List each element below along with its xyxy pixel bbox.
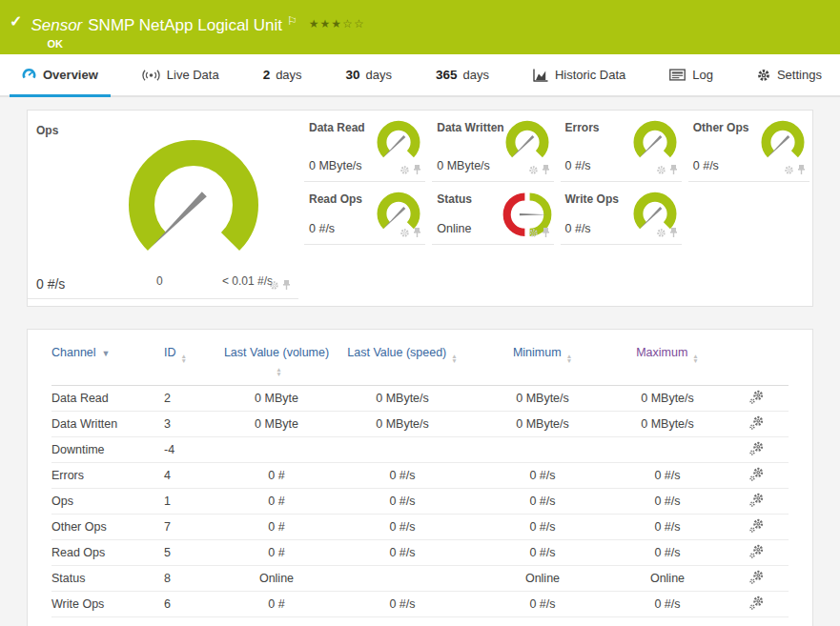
- cell-actions: [725, 489, 789, 515]
- gauge-pin-icon[interactable]: [413, 225, 421, 242]
- channel-settings-icon[interactable]: [749, 467, 764, 484]
- cell-actions: [725, 463, 789, 489]
- channel-settings-icon[interactable]: [749, 570, 764, 587]
- gauge-settings-gear-icon[interactable]: [400, 225, 410, 242]
- cell-last-value-volume: 0 MByte: [223, 412, 330, 437]
- col-header-id[interactable]: ID▲▼: [164, 346, 187, 359]
- gauge-pin-icon[interactable]: [413, 162, 421, 179]
- cell-id: -4: [164, 437, 223, 463]
- gauge-settings-gear-icon[interactable]: [269, 277, 279, 294]
- tab-30-days[interactable]: 30days: [334, 54, 405, 95]
- tab-365-days[interactable]: 365days: [423, 54, 502, 95]
- cell-last-value-volume: 0 #: [223, 489, 330, 515]
- gauge-pin-icon[interactable]: [542, 162, 550, 179]
- gauge-cell: Write Ops 0 #/s: [561, 182, 682, 245]
- gauge-title: Errors: [565, 121, 600, 134]
- cell-maximum: 0 #/s: [610, 463, 725, 489]
- gauge-settings-gear-icon[interactable]: [400, 162, 410, 179]
- gauge-pin-icon[interactable]: [542, 225, 550, 242]
- historic-data-icon: [533, 69, 548, 82]
- col-header-maximum[interactable]: Maximum▲▼: [636, 346, 699, 359]
- cell-minimum: Online: [475, 566, 610, 592]
- table-row[interactable]: Write Ops 6 0 # 0 #/s 0 #/s 0 #/s: [51, 592, 789, 617]
- cell-actions: [725, 412, 789, 437]
- gauge-title: Write Ops: [565, 192, 619, 206]
- cell-channel: Downtime: [51, 437, 164, 463]
- gauge-pin-icon[interactable]: [282, 277, 291, 294]
- cell-id: 8: [164, 566, 223, 592]
- gauge-value: Online: [437, 222, 471, 235]
- gauge-pin-icon[interactable]: [669, 162, 678, 179]
- cell-id: 6: [164, 592, 223, 617]
- gauge-cell: Other Ops 0 #/s: [688, 111, 809, 182]
- channel-settings-icon[interactable]: [749, 415, 764, 433]
- cell-id: 4: [164, 463, 223, 489]
- table-row[interactable]: Read Ops 5 0 # 0 #/s 0 #/s 0 #/s: [51, 540, 789, 566]
- col-header-channel[interactable]: Channel▼: [51, 346, 111, 359]
- sensor-header: ✓ SensorSNMP NetApp Logical Unit⚐★★★☆☆ O…: [0, 0, 840, 54]
- gauge-title: Ops: [36, 124, 58, 137]
- tab-bar: Overview Live Data 2days 30days 365days …: [0, 54, 840, 97]
- cell-last-value-speed: 0 MByte/s: [330, 386, 475, 412]
- tab-log[interactable]: Log: [657, 54, 726, 95]
- channel-table-body: Data Read 2 0 MByte 0 MByte/s 0 MByte/s …: [51, 386, 789, 617]
- gauge-icon: [22, 68, 36, 82]
- table-row[interactable]: Data Written 3 0 MByte 0 MByte/s 0 MByte…: [51, 412, 789, 437]
- cell-actions: [725, 515, 789, 540]
- gauge-settings-gear-icon[interactable]: [784, 162, 794, 179]
- col-header-last-value-speed[interactable]: Last Value (speed)▲▼: [347, 346, 457, 359]
- cell-channel: Errors: [51, 463, 164, 489]
- cell-last-value-volume: 0 #: [223, 592, 330, 617]
- cell-last-value-speed: 0 #/s: [330, 463, 475, 489]
- table-row[interactable]: Status 8 Online Online Online: [51, 566, 789, 592]
- gauge-settings-gear-icon[interactable]: [656, 225, 666, 242]
- cell-id: 2: [164, 386, 223, 412]
- table-row[interactable]: Downtime -4: [51, 437, 789, 463]
- tab-historic-data[interactable]: Historic Data: [521, 54, 638, 95]
- gauge-cell: Status Online: [432, 182, 553, 245]
- gauge-settings-gear-icon[interactable]: [528, 225, 539, 242]
- table-row[interactable]: Other Ops 7 0 # 0 #/s 0 #/s 0 #/s: [51, 515, 789, 540]
- cell-minimum: 0 #/s: [475, 592, 610, 617]
- cell-last-value-speed: [330, 566, 475, 592]
- cell-maximum: 0 MByte/s: [610, 412, 725, 437]
- cell-actions: [725, 540, 789, 566]
- channel-settings-icon[interactable]: [749, 518, 764, 535]
- gauge-pin-icon[interactable]: [797, 162, 806, 179]
- gauge-settings-gear-icon[interactable]: [656, 162, 666, 179]
- channel-settings-icon[interactable]: [749, 544, 764, 561]
- table-row[interactable]: Data Read 2 0 MByte 0 MByte/s 0 MByte/s …: [51, 386, 789, 412]
- status-check-icon: ✓: [10, 12, 22, 54]
- tab-settings[interactable]: Settings: [745, 54, 834, 95]
- tab-live-data[interactable]: Live Data: [130, 54, 232, 95]
- cell-channel: Data Written: [51, 412, 164, 437]
- table-row[interactable]: Ops 1 0 # 0 #/s 0 #/s 0 #/s: [51, 489, 789, 515]
- cell-channel: Read Ops: [51, 540, 164, 566]
- gauge-value: 0 #/s: [693, 159, 719, 172]
- gauge-title: Status: [437, 192, 472, 206]
- channel-settings-icon[interactable]: [749, 596, 764, 613]
- tab-overview[interactable]: Overview: [10, 54, 111, 95]
- tab-2-days[interactable]: 2days: [251, 54, 315, 95]
- cell-maximum: 0 #/s: [610, 592, 725, 617]
- sort-icon: ▲▼: [692, 353, 698, 363]
- channel-settings-icon[interactable]: [749, 493, 764, 510]
- cell-actions: [725, 386, 789, 412]
- gauge-pin-icon[interactable]: [669, 225, 678, 242]
- priority-stars[interactable]: ★★★☆☆: [309, 17, 365, 30]
- col-header-minimum[interactable]: Minimum▲▼: [513, 346, 572, 359]
- col-header-last-value-volume[interactable]: Last Value (volume)▲▼: [224, 346, 329, 373]
- cell-last-value-speed: 0 #/s: [330, 515, 475, 540]
- cell-minimum: [475, 437, 610, 463]
- gauge-settings-gear-icon[interactable]: [528, 162, 539, 179]
- primary-gauge-dial-icon: [122, 133, 265, 276]
- cell-minimum: 0 MByte/s: [475, 386, 610, 412]
- channel-settings-icon[interactable]: [749, 390, 764, 407]
- cell-minimum: 0 MByte/s: [475, 412, 610, 437]
- cell-last-value-volume: 0 #: [223, 463, 330, 489]
- small-gauge-grid: Data Read 0 MByte/s Data Written 0 MByte…: [304, 111, 812, 306]
- table-row[interactable]: Errors 4 0 # 0 #/s 0 #/s 0 #/s: [51, 463, 789, 489]
- sort-icon: ▲▼: [451, 353, 457, 363]
- gauge-title: Data Written: [437, 121, 503, 134]
- channel-settings-icon[interactable]: [749, 441, 764, 458]
